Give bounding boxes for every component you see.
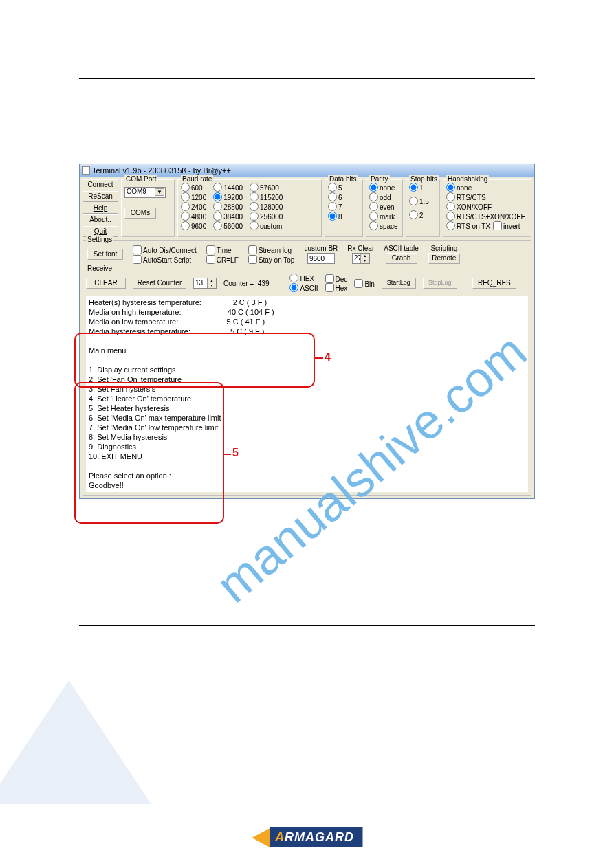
- recv-bin-checkbox[interactable]: Bin: [354, 279, 374, 288]
- databits-6[interactable]: 6: [328, 192, 360, 202]
- baud-legend: Baud rate: [181, 175, 213, 183]
- stopbits-1p5[interactable]: 1.5: [409, 197, 437, 206]
- reset-spinner[interactable]: 13: [193, 278, 217, 289]
- reqres-button[interactable]: REQ_RES: [472, 278, 516, 289]
- scripting-label: Scripting: [430, 245, 457, 252]
- help-button[interactable]: Help: [83, 203, 118, 214]
- parity-mark[interactable]: mark: [369, 212, 399, 221]
- streamlog-checkbox[interactable]: Stream log: [248, 245, 295, 254]
- comport-group: COM Port COM9 COMs: [121, 179, 175, 237]
- reset-counter-button[interactable]: Reset Counter: [133, 278, 186, 289]
- app-icon: [82, 166, 90, 175]
- parity-none[interactable]: none: [369, 183, 399, 192]
- autodis-checkbox[interactable]: Auto Dis/Connect: [133, 245, 197, 254]
- connect-button[interactable]: Connect: [83, 179, 118, 190]
- stoplog-button[interactable]: StopLog: [423, 278, 457, 289]
- stayontop-checkbox[interactable]: Stay on Top: [248, 255, 295, 264]
- callout-line-4: [315, 357, 323, 359]
- baud-128000[interactable]: 128000: [250, 202, 283, 212]
- baud-2400[interactable]: 2400: [181, 202, 206, 212]
- callout-box-5: [74, 382, 224, 524]
- baud-14400[interactable]: 14400: [213, 183, 243, 192]
- window-title: Terminal v1.9b - 20080315ß - by Br@y++: [92, 166, 231, 175]
- background-shape: [0, 680, 151, 804]
- parity-even[interactable]: even: [369, 202, 399, 212]
- counter-label: Counter = 439: [223, 280, 269, 287]
- hs-rtscts[interactable]: RTS/CTS: [446, 192, 528, 202]
- databits-5[interactable]: 5: [328, 183, 360, 192]
- stopbits-1[interactable]: 1: [409, 183, 437, 192]
- baud-600[interactable]: 600: [181, 183, 206, 192]
- rxclear-spinner[interactable]: 27: [352, 253, 370, 264]
- databits-group: Data bits 5 6 7 8: [325, 179, 363, 237]
- settings-section: Settings Set font Auto Dis/Connect AutoS…: [83, 240, 531, 267]
- baud-19200[interactable]: 19200: [213, 192, 243, 202]
- comport-legend: COM Port: [124, 175, 157, 183]
- terminal-line: Media on low temperature: 5 C ( 41 F ): [89, 317, 525, 326]
- custombr-label: custom BR: [304, 245, 338, 252]
- callout-line-5: [224, 454, 231, 455]
- custombr-input[interactable]: [307, 253, 335, 264]
- baud-28800[interactable]: 28800: [213, 202, 243, 212]
- setfont-button[interactable]: Set font: [87, 249, 123, 260]
- baud-9600[interactable]: 9600: [181, 221, 206, 231]
- hs-rtscts-xonxoff[interactable]: RTS/CTS+XON/XOFF: [446, 212, 528, 221]
- databits-8[interactable]: 8: [328, 212, 360, 221]
- baud-57600[interactable]: 57600: [250, 183, 283, 192]
- callout-number-5: 5: [232, 447, 239, 459]
- about-button[interactable]: About..: [83, 214, 118, 225]
- logo-triangle-icon: [252, 828, 270, 847]
- time-checkbox[interactable]: Time: [206, 245, 239, 254]
- baud-38400[interactable]: 38400: [213, 212, 243, 221]
- callout-box-4: [74, 333, 315, 388]
- parity-space[interactable]: space: [369, 221, 399, 231]
- handshaking-group: Handshaking none RTS/CTS XON/XOFF RTS/CT…: [443, 179, 531, 237]
- baud-group: Baud rate 600 1200 2400 4800 9600 14400 …: [177, 179, 322, 237]
- crlf-checkbox[interactable]: CR=LF: [206, 255, 239, 264]
- remote-button[interactable]: Remote: [428, 253, 460, 264]
- terminal-line: Heater(s) hysteresis temperature: 2 C ( …: [89, 298, 525, 307]
- autostart-checkbox[interactable]: AutoStart Script: [133, 255, 197, 264]
- callout-number-4: 4: [325, 351, 331, 364]
- stopbits-group: Stop bits 1 1.5 2: [406, 179, 440, 237]
- baud-56000[interactable]: 56000: [213, 221, 243, 231]
- hs-none[interactable]: none: [446, 183, 528, 192]
- recv-hex-radio[interactable]: HEX: [289, 274, 318, 283]
- graph-button[interactable]: Graph: [386, 253, 417, 264]
- baud-1200[interactable]: 1200: [181, 192, 206, 202]
- rxclear-label: Rx Clear: [347, 245, 374, 252]
- hs-rtstx[interactable]: RTS on TX: [446, 221, 490, 231]
- terminal-line: Media on high temperature: 40 C ( 104 F …: [89, 307, 525, 317]
- parity-odd[interactable]: odd: [369, 192, 399, 202]
- recv-hex-checkbox[interactable]: Hex: [325, 283, 348, 292]
- hs-invert[interactable]: invert: [493, 221, 520, 231]
- rescan-button[interactable]: ReScan: [83, 191, 118, 202]
- baud-115200[interactable]: 115200: [250, 192, 283, 202]
- hs-xonxoff[interactable]: XON/XOFF: [446, 202, 528, 212]
- parity-group: Parity none odd even mark space: [366, 179, 403, 237]
- comport-select[interactable]: COM9: [124, 187, 166, 198]
- baud-4800[interactable]: 4800: [181, 212, 206, 221]
- recv-dec-checkbox[interactable]: Dec: [325, 274, 348, 283]
- armagard-logo: ARMAGARD: [252, 827, 362, 847]
- clear-button[interactable]: CLEAR: [86, 278, 126, 289]
- coms-button[interactable]: COMs: [124, 208, 156, 219]
- recv-ascii-radio[interactable]: ASCII: [289, 283, 318, 293]
- databits-7[interactable]: 7: [328, 202, 360, 212]
- baud-custom[interactable]: custom: [250, 221, 283, 231]
- baud-256000[interactable]: 256000: [250, 212, 283, 221]
- asciitable-label: ASCII table: [384, 245, 419, 252]
- startlog-button[interactable]: StartLog: [382, 278, 416, 289]
- stopbits-2[interactable]: 2: [409, 210, 437, 220]
